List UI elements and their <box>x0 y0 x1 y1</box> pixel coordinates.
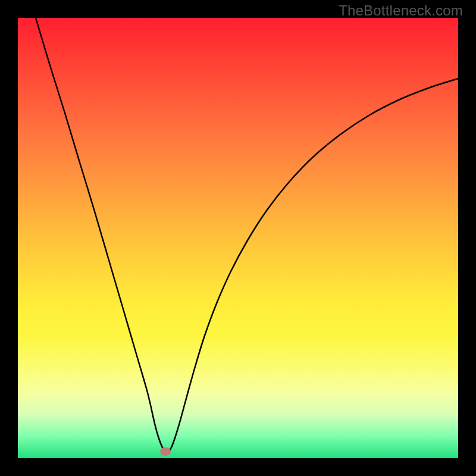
chart-frame: TheBottleneck.com <box>0 0 476 476</box>
minimum-marker-dot <box>160 447 171 456</box>
bottleneck-curve <box>36 18 458 453</box>
watermark-text: TheBottleneck.com <box>339 2 463 19</box>
plot-area <box>18 18 458 458</box>
chart-svg <box>18 18 458 458</box>
